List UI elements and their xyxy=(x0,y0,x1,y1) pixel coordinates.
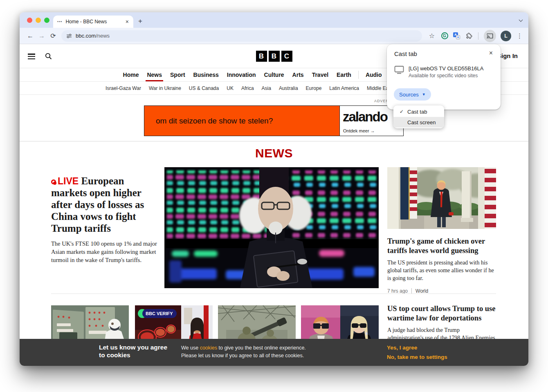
side-story[interactable]: Trump's game of chicken over tariffs lea… xyxy=(387,167,496,294)
cast-dialog: Cast tab × [LG] webOS TV OLED55B16LA Ava… xyxy=(387,44,501,110)
lead-summary: The UK's FTSE 100 opens up 1% and major … xyxy=(51,240,161,264)
sources-menu: ✓ Cast tab Cast screen xyxy=(393,105,444,128)
lead-story-text[interactable]: LIVE European markets open higher after … xyxy=(51,175,161,264)
zoom-window-button[interactable] xyxy=(44,18,49,23)
cast-dialog-close-icon[interactable]: × xyxy=(487,49,495,58)
ad-headline: om dit seizoen de show te stelen? xyxy=(156,116,273,125)
side-story-image[interactable] xyxy=(387,167,496,229)
lead-headline[interactable]: LIVE European markets open higher after … xyxy=(51,175,161,234)
section-divider xyxy=(20,141,528,141)
nav-audio[interactable]: Audio xyxy=(364,68,383,81)
url-text: bbc.com/news xyxy=(76,33,110,39)
cookie-banner: Let us know you agree to cookies We use … xyxy=(20,339,528,366)
close-window-button[interactable] xyxy=(27,18,32,23)
nav-divider xyxy=(358,71,359,79)
nav-home[interactable]: Home xyxy=(122,68,140,81)
tab-search-chevron-icon[interactable] xyxy=(519,18,523,22)
tab-strip: ••• Home - BBC News × + xyxy=(20,12,528,28)
cast-device-row[interactable]: [LG] webOS TV OLED55B16LA Available for … xyxy=(394,65,483,78)
tab-close-icon[interactable]: × xyxy=(124,18,130,25)
subnav-uk[interactable]: UK xyxy=(227,85,234,91)
checkmark-icon: ✓ xyxy=(397,109,407,114)
browser-window: ••• Home - BBC News × + ← → ⟳ bbc.com/ne… xyxy=(20,12,528,366)
back-button[interactable]: ← xyxy=(25,32,36,40)
subnav-us-canada[interactable]: US & Canada xyxy=(189,85,219,91)
lead-story-image[interactable] xyxy=(164,167,379,288)
nav-business[interactable]: Business xyxy=(192,68,220,81)
forward-button[interactable]: → xyxy=(36,32,47,40)
cast-dialog-title: Cast tab xyxy=(394,50,417,57)
ad-cta-link[interactable]: Ontdek meer → xyxy=(343,128,375,133)
cookie-title: Let us know you agree to cookies xyxy=(99,344,175,359)
menu-option-cast-tab[interactable]: ✓ Cast tab xyxy=(393,106,444,117)
nav-earth[interactable]: Earth xyxy=(335,68,353,81)
reload-button[interactable]: ⟳ xyxy=(47,32,59,40)
nav-culture[interactable]: Culture xyxy=(263,68,285,81)
live-icon xyxy=(51,179,56,184)
browser-toolbar: ← → ⟳ bbc.com/news ☆ G A a xyxy=(20,28,528,44)
minimize-window-button[interactable] xyxy=(36,18,41,23)
bottom-story-headline[interactable]: US top court allows Trump to use wartime… xyxy=(387,304,496,323)
subnav-africa[interactable]: Africa xyxy=(241,85,254,91)
menu-option-cast-screen[interactable]: Cast screen xyxy=(393,117,444,128)
tv-icon xyxy=(394,65,404,74)
profile-avatar[interactable]: L xyxy=(501,31,511,41)
cast-device-status: Available for specific video sites xyxy=(409,73,483,78)
cast-device-name: [LG] webOS TV OLED55B16LA xyxy=(409,65,483,72)
news-section-title: NEWS xyxy=(20,146,528,160)
side-story-summary: The US president is pressing ahead with … xyxy=(387,259,496,282)
subnav-latin-america[interactable]: Latin America xyxy=(329,85,359,91)
nav-news[interactable]: News xyxy=(146,68,163,81)
extensions-puzzle-icon[interactable] xyxy=(465,32,473,40)
subnav-europe[interactable]: Europe xyxy=(306,85,322,91)
subnav-ukraine[interactable]: War in Ukraine xyxy=(149,85,181,91)
bookmark-star-icon[interactable]: ☆ xyxy=(428,32,436,40)
subnav-israel-gaza[interactable]: Israel-Gaza War xyxy=(106,85,141,91)
cookies-link[interactable]: cookies xyxy=(200,345,217,351)
browser-tab[interactable]: ••• Home - BBC News × xyxy=(53,16,133,28)
live-badge: LIVE xyxy=(51,175,79,186)
ad-banner[interactable]: om dit seizoen de show te stelen? zaland… xyxy=(144,105,404,136)
cookie-accept-button[interactable]: Yes, I agree xyxy=(387,343,447,353)
address-bar[interactable]: bbc.com/news xyxy=(61,30,422,42)
toolbar-separator xyxy=(478,32,478,40)
content-divider xyxy=(51,293,496,294)
cast-icon[interactable] xyxy=(484,30,496,42)
subnav-asia[interactable]: Asia xyxy=(262,85,271,91)
site-settings-icon[interactable] xyxy=(66,33,72,39)
caret-down-icon: ▼ xyxy=(422,92,426,96)
subnav-australia[interactable]: Australia xyxy=(279,85,298,91)
cookie-body: We use cookies to give you the best onli… xyxy=(181,344,306,360)
grammarly-extension-icon[interactable]: G xyxy=(440,32,449,40)
translate-extension-icon[interactable]: A a xyxy=(453,32,460,39)
browser-menu-icon[interactable]: ⋮ xyxy=(517,32,523,40)
sources-button[interactable]: Sources ▼ xyxy=(394,88,431,101)
cookie-settings-button[interactable]: No, take me to settings xyxy=(387,353,447,362)
tab-favicon-icon: ••• xyxy=(57,20,62,24)
nav-travel[interactable]: Travel xyxy=(311,68,330,81)
new-tab-button[interactable]: + xyxy=(138,17,142,25)
tab-title: Home - BBC News xyxy=(65,19,124,25)
traffic-lights xyxy=(27,18,49,23)
nav-sport[interactable]: Sport xyxy=(169,68,186,81)
side-story-headline[interactable]: Trump's game of chicken over tariffs lea… xyxy=(387,237,496,255)
nav-innovation[interactable]: Innovation xyxy=(226,68,257,81)
svg-text:BBC VERIFY: BBC VERIFY xyxy=(146,311,173,316)
ad-brand-logo: zalando xyxy=(343,109,387,125)
nav-arts[interactable]: Arts xyxy=(291,68,305,81)
